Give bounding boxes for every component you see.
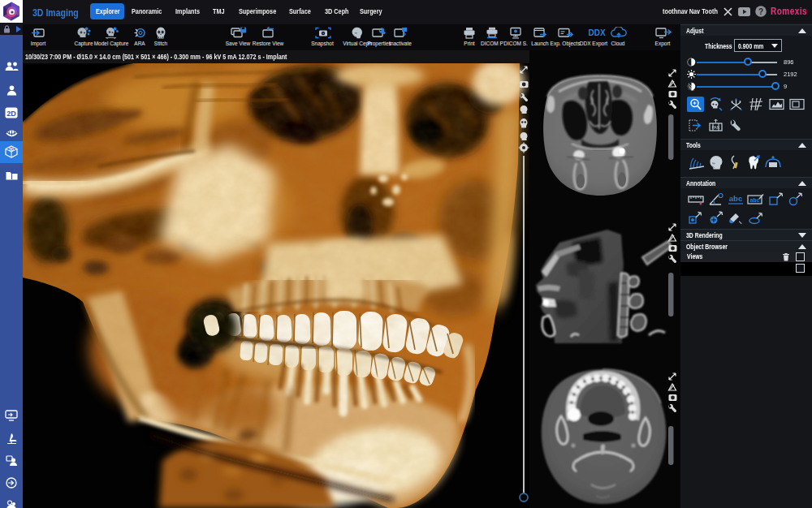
- svg-text:abc: abc: [729, 194, 742, 203]
- svg-text:3D: 3D: [9, 148, 15, 152]
- svg-text:abc: abc: [749, 197, 759, 203]
- svg-text:2D: 2D: [6, 110, 16, 118]
- svg-text:?: ?: [758, 7, 763, 16]
- svg-text:PAN: PAN: [712, 125, 720, 130]
- svg-text:DDX: DDX: [588, 28, 605, 37]
